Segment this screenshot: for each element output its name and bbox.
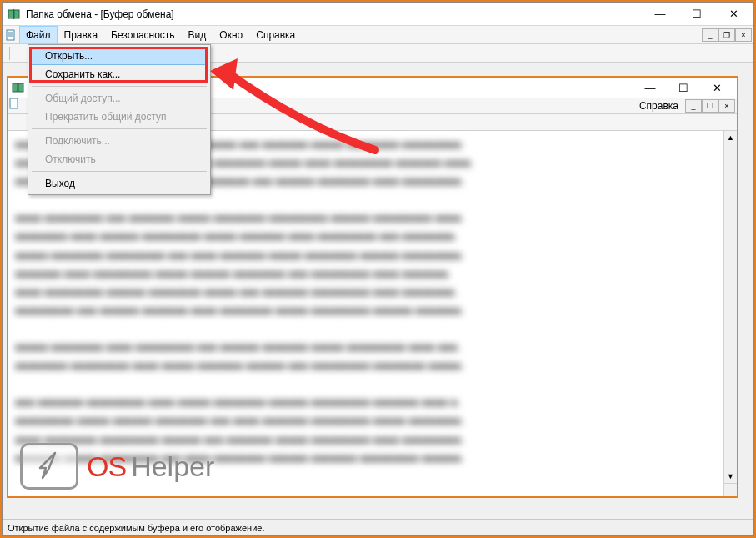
dropdown-save-as[interactable]: Сохранить как...: [30, 65, 208, 83]
close-button[interactable]: ✕: [715, 3, 752, 26]
dropdown-connect[interactable]: Подключить...: [30, 132, 208, 150]
mdi-doc-icon: [3, 26, 19, 43]
inner-mdi-close-button[interactable]: ×: [718, 99, 735, 113]
svg-rect-8: [18, 83, 23, 92]
file-dropdown: Открыть... Сохранить как... Общий доступ…: [28, 44, 211, 195]
inner-mdi-restore-button[interactable]: ❐: [702, 99, 718, 113]
app-icon: [8, 8, 21, 21]
mdi-close-button[interactable]: ×: [735, 28, 752, 42]
dropdown-separator: [32, 171, 207, 172]
statusbar: Открытие файла с содержимым буфера и его…: [3, 519, 753, 535]
svg-rect-9: [10, 98, 18, 108]
inner-mdi-minimize-button[interactable]: _: [685, 99, 702, 113]
inner-mdi-controls: _ ❐ ×: [685, 98, 737, 113]
inner-minimize-button[interactable]: —: [633, 78, 667, 97]
watermark-helper: Helper: [131, 450, 214, 483]
dropdown-separator: [32, 128, 207, 129]
vertical-scrollbar[interactable]: ▲ ▼: [723, 131, 737, 483]
menu-security[interactable]: Безопасность: [104, 26, 182, 43]
maximize-button[interactable]: ☐: [678, 3, 715, 26]
dropdown-share[interactable]: Общий доступ...: [30, 89, 208, 108]
scroll-up-icon[interactable]: ▲: [724, 131, 737, 144]
menu-view[interactable]: Вид: [182, 26, 213, 43]
dropdown-stop-share[interactable]: Прекратить общий доступ: [30, 108, 208, 126]
window-title: Папка обмена - [Буфер обмена]: [26, 8, 174, 20]
menu-edit[interactable]: Правка: [58, 26, 105, 43]
svg-rect-3: [7, 30, 14, 40]
menu-file[interactable]: Файл: [19, 26, 58, 43]
inner-menu-help[interactable]: Справка: [633, 98, 685, 113]
minimize-button[interactable]: —: [642, 3, 678, 26]
inner-maximize-button[interactable]: ☐: [667, 78, 700, 97]
scroll-corner: [723, 483, 737, 496]
svg-rect-1: [14, 10, 19, 18]
mdi-controls: _ ❐ ×: [702, 26, 753, 43]
status-text: Открытие файла с содержимым буфера и его…: [8, 523, 264, 533]
svg-rect-0: [8, 10, 13, 18]
dropdown-exit[interactable]: Выход: [30, 174, 208, 193]
menu-window[interactable]: Окно: [213, 26, 249, 43]
menu-help[interactable]: Справка: [249, 26, 302, 43]
window-controls: — ☐ ✕: [642, 3, 752, 26]
scroll-down-icon[interactable]: ▼: [724, 470, 737, 483]
watermark: OS Helper: [20, 443, 214, 490]
dropdown-separator: [32, 86, 207, 87]
cursor-icon: [20, 443, 78, 490]
inner-mdi-doc-icon: [8, 98, 20, 113]
mdi-minimize-button[interactable]: _: [702, 28, 718, 42]
mdi-restore-button[interactable]: ❐: [718, 28, 735, 42]
titlebar: Папка обмена - [Буфер обмена] — ☐ ✕: [3, 3, 753, 26]
svg-rect-7: [13, 83, 18, 92]
inner-app-icon: [12, 81, 25, 94]
dropdown-open[interactable]: Открыть...: [30, 47, 208, 65]
inner-close-button[interactable]: ✕: [700, 78, 733, 97]
watermark-os: OS: [87, 450, 126, 483]
menubar: Файл Правка Безопасность Вид Окно Справк…: [3, 26, 753, 44]
dropdown-disconnect[interactable]: Отключить: [30, 150, 208, 168]
